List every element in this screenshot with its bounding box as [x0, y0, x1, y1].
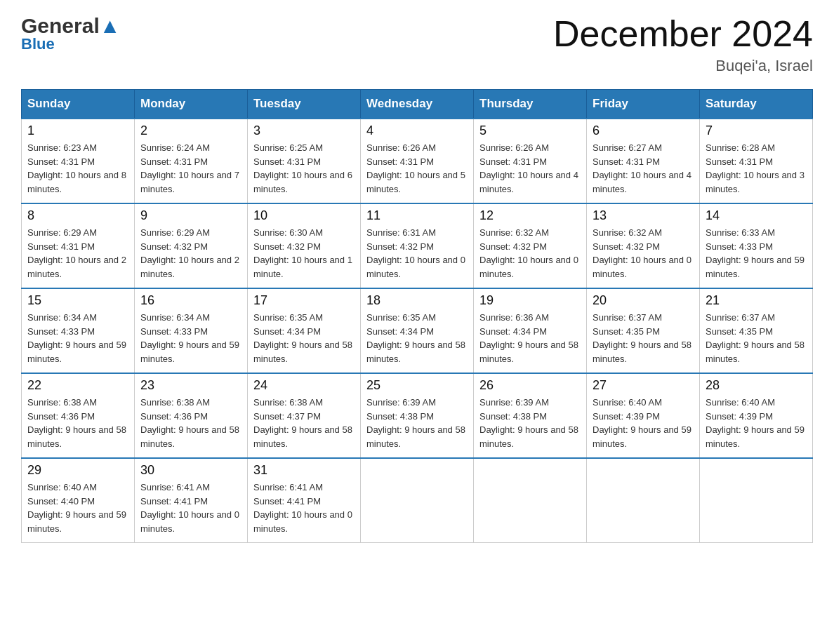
- day-info: Sunrise: 6:38 AMSunset: 4:36 PMDaylight:…: [140, 396, 241, 450]
- day-info: Sunrise: 6:38 AMSunset: 4:37 PMDaylight:…: [253, 396, 355, 450]
- page-title: December 2024: [553, 14, 813, 54]
- calendar-cell: 9Sunrise: 6:29 AMSunset: 4:32 PMDaylight…: [135, 203, 248, 288]
- day-info: Sunrise: 6:40 AMSunset: 4:39 PMDaylight:…: [593, 396, 694, 450]
- calendar-week-5: 29Sunrise: 6:40 AMSunset: 4:40 PMDayligh…: [22, 458, 813, 543]
- day-info: Sunrise: 6:41 AMSunset: 4:41 PMDaylight:…: [253, 481, 355, 535]
- day-number: 9: [140, 208, 241, 223]
- day-number: 25: [366, 378, 468, 393]
- calendar-cell: 24Sunrise: 6:38 AMSunset: 4:37 PMDayligh…: [248, 373, 361, 458]
- day-info: Sunrise: 6:36 AMSunset: 4:34 PMDaylight:…: [479, 311, 581, 365]
- calendar-cell: 20Sunrise: 6:37 AMSunset: 4:35 PMDayligh…: [587, 288, 700, 373]
- day-info: Sunrise: 6:23 AMSunset: 4:31 PMDaylight:…: [27, 141, 128, 196]
- day-info: Sunrise: 6:26 AMSunset: 4:31 PMDaylight:…: [479, 141, 581, 196]
- page-header: General▲ Blue December 2024 Buqei'a, Isr…: [21, 14, 813, 75]
- day-info: Sunrise: 6:26 AMSunset: 4:31 PMDaylight:…: [366, 141, 468, 196]
- calendar-cell: 19Sunrise: 6:36 AMSunset: 4:34 PMDayligh…: [474, 288, 587, 373]
- day-number: 17: [253, 293, 355, 308]
- logo-text: General▲: [21, 14, 120, 38]
- day-info: Sunrise: 6:40 AMSunset: 4:40 PMDaylight:…: [27, 481, 128, 535]
- day-number: 28: [706, 378, 807, 393]
- calendar-cell: 23Sunrise: 6:38 AMSunset: 4:36 PMDayligh…: [135, 373, 248, 458]
- col-sunday: Sunday: [22, 90, 135, 119]
- col-friday: Friday: [587, 90, 700, 119]
- calendar-week-1: 1Sunrise: 6:23 AMSunset: 4:31 PMDaylight…: [22, 119, 813, 203]
- col-wednesday: Wednesday: [361, 90, 474, 119]
- day-info: Sunrise: 6:33 AMSunset: 4:33 PMDaylight:…: [706, 226, 807, 281]
- day-info: Sunrise: 6:29 AMSunset: 4:32 PMDaylight:…: [140, 226, 241, 281]
- day-number: 13: [593, 208, 694, 223]
- calendar-cell: [587, 458, 700, 543]
- day-info: Sunrise: 6:31 AMSunset: 4:32 PMDaylight:…: [366, 226, 468, 281]
- day-info: Sunrise: 6:35 AMSunset: 4:34 PMDaylight:…: [366, 311, 468, 365]
- day-number: 20: [593, 293, 694, 308]
- day-number: 31: [253, 463, 355, 478]
- day-info: Sunrise: 6:30 AMSunset: 4:32 PMDaylight:…: [253, 226, 355, 281]
- calendar-cell: 14Sunrise: 6:33 AMSunset: 4:33 PMDayligh…: [700, 203, 813, 288]
- day-info: Sunrise: 6:27 AMSunset: 4:31 PMDaylight:…: [593, 141, 694, 196]
- calendar-cell: 18Sunrise: 6:35 AMSunset: 4:34 PMDayligh…: [361, 288, 474, 373]
- day-number: 7: [706, 123, 807, 138]
- calendar-cell: 30Sunrise: 6:41 AMSunset: 4:41 PMDayligh…: [135, 458, 248, 543]
- col-thursday: Thursday: [474, 90, 587, 119]
- day-number: 29: [27, 463, 128, 478]
- calendar-week-3: 15Sunrise: 6:34 AMSunset: 4:33 PMDayligh…: [22, 288, 813, 373]
- calendar-cell: 26Sunrise: 6:39 AMSunset: 4:38 PMDayligh…: [474, 373, 587, 458]
- title-area: December 2024 Buqei'a, Israel: [553, 14, 813, 75]
- day-number: 3: [253, 123, 355, 138]
- calendar-cell: 7Sunrise: 6:28 AMSunset: 4:31 PMDaylight…: [700, 119, 813, 203]
- calendar-week-2: 8Sunrise: 6:29 AMSunset: 4:31 PMDaylight…: [22, 203, 813, 288]
- day-number: 26: [479, 378, 581, 393]
- calendar-cell: 21Sunrise: 6:37 AMSunset: 4:35 PMDayligh…: [700, 288, 813, 373]
- calendar-cell: [700, 458, 813, 543]
- day-number: 24: [253, 378, 355, 393]
- day-info: Sunrise: 6:32 AMSunset: 4:32 PMDaylight:…: [479, 226, 581, 281]
- calendar-table: Sunday Monday Tuesday Wednesday Thursday…: [21, 89, 813, 543]
- day-number: 5: [479, 123, 581, 138]
- day-info: Sunrise: 6:34 AMSunset: 4:33 PMDaylight:…: [27, 311, 128, 365]
- calendar-cell: 8Sunrise: 6:29 AMSunset: 4:31 PMDaylight…: [22, 203, 135, 288]
- day-info: Sunrise: 6:37 AMSunset: 4:35 PMDaylight:…: [593, 311, 694, 365]
- day-info: Sunrise: 6:40 AMSunset: 4:39 PMDaylight:…: [706, 396, 807, 450]
- day-info: Sunrise: 6:25 AMSunset: 4:31 PMDaylight:…: [253, 141, 355, 196]
- day-info: Sunrise: 6:39 AMSunset: 4:38 PMDaylight:…: [479, 396, 581, 450]
- logo-blue-text: Blue: [21, 35, 55, 53]
- calendar-cell: 27Sunrise: 6:40 AMSunset: 4:39 PMDayligh…: [587, 373, 700, 458]
- calendar-cell: 6Sunrise: 6:27 AMSunset: 4:31 PMDaylight…: [587, 119, 700, 203]
- col-saturday: Saturday: [700, 90, 813, 119]
- calendar-cell: 29Sunrise: 6:40 AMSunset: 4:40 PMDayligh…: [22, 458, 135, 543]
- day-number: 16: [140, 293, 241, 308]
- calendar-cell: 16Sunrise: 6:34 AMSunset: 4:33 PMDayligh…: [135, 288, 248, 373]
- day-info: Sunrise: 6:39 AMSunset: 4:38 PMDaylight:…: [366, 396, 468, 450]
- calendar-cell: 28Sunrise: 6:40 AMSunset: 4:39 PMDayligh…: [700, 373, 813, 458]
- calendar-cell: 15Sunrise: 6:34 AMSunset: 4:33 PMDayligh…: [22, 288, 135, 373]
- day-number: 4: [366, 123, 468, 138]
- day-number: 22: [27, 378, 128, 393]
- day-number: 27: [593, 378, 694, 393]
- calendar-cell: 4Sunrise: 6:26 AMSunset: 4:31 PMDaylight…: [361, 119, 474, 203]
- calendar-header-row: Sunday Monday Tuesday Wednesday Thursday…: [22, 90, 813, 119]
- day-info: Sunrise: 6:35 AMSunset: 4:34 PMDaylight:…: [253, 311, 355, 365]
- day-number: 19: [479, 293, 581, 308]
- calendar-cell: 2Sunrise: 6:24 AMSunset: 4:31 PMDaylight…: [135, 119, 248, 203]
- calendar-cell: 22Sunrise: 6:38 AMSunset: 4:36 PMDayligh…: [22, 373, 135, 458]
- day-info: Sunrise: 6:29 AMSunset: 4:31 PMDaylight:…: [27, 226, 128, 281]
- day-number: 15: [27, 293, 128, 308]
- day-info: Sunrise: 6:34 AMSunset: 4:33 PMDaylight:…: [140, 311, 241, 365]
- day-number: 23: [140, 378, 241, 393]
- calendar-cell: 17Sunrise: 6:35 AMSunset: 4:34 PMDayligh…: [248, 288, 361, 373]
- day-info: Sunrise: 6:41 AMSunset: 4:41 PMDaylight:…: [140, 481, 241, 535]
- day-number: 2: [140, 123, 241, 138]
- day-info: Sunrise: 6:38 AMSunset: 4:36 PMDaylight:…: [27, 396, 128, 450]
- day-info: Sunrise: 6:32 AMSunset: 4:32 PMDaylight:…: [593, 226, 694, 281]
- day-number: 21: [706, 293, 807, 308]
- calendar-cell: 12Sunrise: 6:32 AMSunset: 4:32 PMDayligh…: [474, 203, 587, 288]
- day-number: 11: [366, 208, 468, 223]
- calendar-cell: 11Sunrise: 6:31 AMSunset: 4:32 PMDayligh…: [361, 203, 474, 288]
- col-tuesday: Tuesday: [248, 90, 361, 119]
- calendar-cell: 31Sunrise: 6:41 AMSunset: 4:41 PMDayligh…: [248, 458, 361, 543]
- calendar-cell: [361, 458, 474, 543]
- calendar-cell: 1Sunrise: 6:23 AMSunset: 4:31 PMDaylight…: [22, 119, 135, 203]
- day-number: 8: [27, 208, 128, 223]
- calendar-cell: 25Sunrise: 6:39 AMSunset: 4:38 PMDayligh…: [361, 373, 474, 458]
- day-number: 1: [27, 123, 128, 138]
